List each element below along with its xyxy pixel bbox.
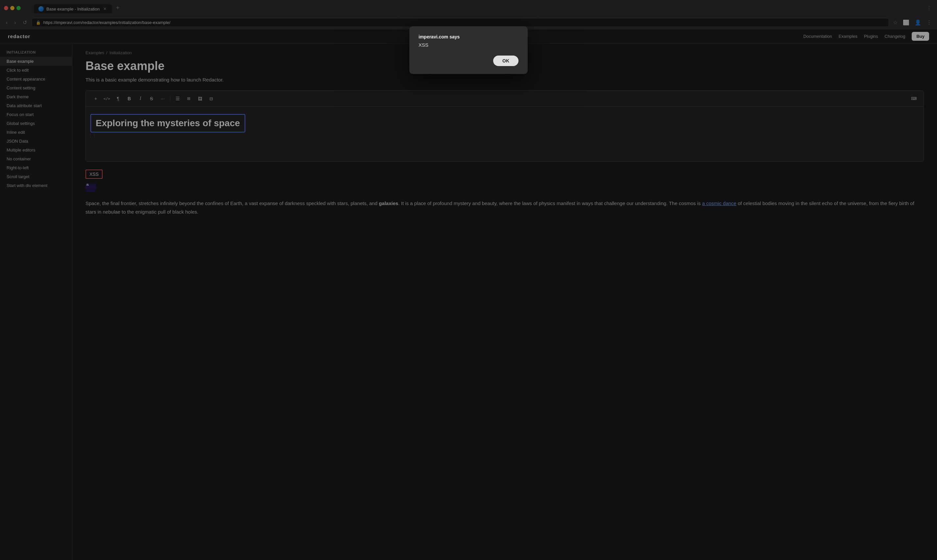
- modal-dialog: imperavi.com says XSS OK: [409, 26, 528, 74]
- modal-site-name: imperavi.com says: [419, 34, 518, 40]
- modal-overlay[interactable]: imperavi.com says XSS OK: [0, 0, 937, 560]
- modal-message: XSS: [419, 42, 518, 48]
- modal-ok-button[interactable]: OK: [493, 55, 518, 66]
- modal-actions: OK: [419, 55, 518, 66]
